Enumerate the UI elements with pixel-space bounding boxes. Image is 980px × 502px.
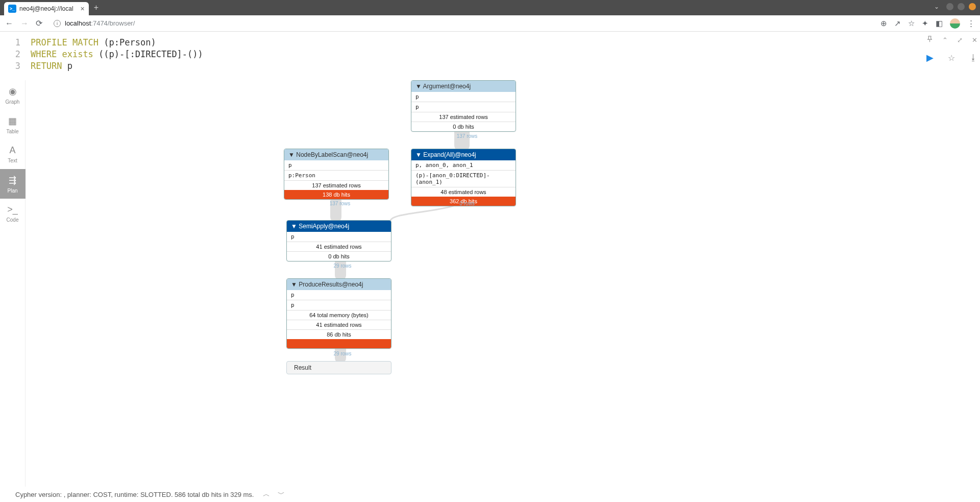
plan-node-expandall[interactable]: ▼ Expand(All)@neo4jp, anon_0, anon_1(p)-… (411, 149, 516, 206)
sidebar-item-label: Code (7, 217, 19, 223)
run-query-button[interactable]: ▶ (926, 52, 934, 63)
menu-icon[interactable]: ⋮ (967, 19, 975, 28)
query-editor-frame: ⌃ ⤢ ✕ 123 PROFILE MATCH (p:Person)WHERE … (5, 33, 773, 79)
sidepanel-icon[interactable]: ◧ (936, 19, 943, 28)
neo4j-browser: ⌃ ⤢ ✕ 123 PROFILE MATCH (p:Person)WHERE … (0, 32, 980, 502)
plan-node-header[interactable]: ▼ Argument@neo4j (411, 81, 516, 92)
plan-node-detail: p:Person (284, 170, 388, 180)
url-path: :7474/browser/ (91, 19, 135, 27)
text-icon: A (9, 145, 15, 156)
plan-node-argument[interactable]: ▼ Argument@neo4jpp137 estimated rows0 db… (411, 80, 516, 132)
chevron-down-icon[interactable]: ⌄ (934, 3, 939, 10)
graph-icon: ◉ (9, 86, 17, 97)
window-maximize-button[interactable] (958, 3, 965, 10)
sidebar-item-plan[interactable]: ⇶Plan (0, 169, 26, 199)
plan-node-stat: 64 total memory (bytes) (287, 310, 391, 320)
plan-node-detail: (p)-[anon_0:DIRECTED]-(anon_1) (411, 170, 516, 187)
plan-node-detail: p (411, 92, 516, 102)
url-host: localhost (65, 19, 91, 27)
plan-node-detail: p (284, 160, 388, 170)
sidebar-item-code[interactable]: >_Code (0, 199, 26, 228)
plan-node-stat: 41 estimated rows (287, 320, 391, 329)
plan-node-detail: p, anon_0, anon_1 (411, 160, 516, 170)
plan-node-detail: p (287, 290, 391, 300)
sidebar-item-label: Table (7, 129, 19, 134)
plan-edge-label: 137 rows (447, 133, 487, 139)
plan-node-header[interactable]: ▼ Expand(All)@neo4j (411, 149, 516, 160)
sidebar-item-graph[interactable]: ◉Graph (0, 80, 26, 110)
plan-icon: ⇶ (9, 175, 16, 186)
download-button[interactable]: ⭳ (969, 53, 977, 62)
plan-edge-label: 137 rows (320, 201, 360, 206)
plan-node-nodebylabel[interactable]: ▼ NodeByLabelScan@neo4jpp:Person137 esti… (284, 149, 389, 200)
editor-code[interactable]: PROFILE MATCH (p:Person)WHERE exists ((p… (31, 37, 203, 72)
sidebar-item-text[interactable]: AText (0, 139, 26, 169)
zoom-icon[interactable]: ⊕ (880, 19, 887, 28)
plan-node-stat: 48 estimated rows (411, 187, 516, 197)
tab-strip: >_ neo4j@neo4j://local × + ⌄ (0, 0, 980, 15)
forward-button[interactable]: → (20, 19, 29, 28)
extensions-icon[interactable]: ✦ (922, 19, 928, 28)
pin-icon[interactable] (926, 36, 933, 44)
url-input[interactable]: i localhost:7474/browser/ (50, 19, 873, 27)
new-tab-button[interactable]: + (94, 3, 99, 12)
plan-node-stat: 0 db hits (411, 122, 516, 131)
plan-node-semiapply[interactable]: ▼ SemiApply@neo4jp41 estimated rows0 db … (286, 220, 391, 261)
plan-node-stat: 137 estimated rows (411, 112, 516, 122)
table-icon: ▦ (8, 115, 17, 127)
sidebar-item-label: Graph (6, 99, 20, 105)
plan-node-produceresults[interactable]: ▼ ProduceResults@neo4jpp64 total memory … (286, 278, 391, 349)
tab-title: neo4j@neo4j://local (19, 5, 74, 12)
plan-edge-label: 29 rows (322, 351, 363, 356)
reload-button[interactable]: ⟳ (36, 18, 42, 28)
neo4j-favicon: >_ (8, 5, 16, 13)
plan-node-header[interactable]: ▼ NodeByLabelScan@neo4j (284, 149, 388, 160)
plan-node-stat: 41 estimated rows (287, 242, 391, 251)
window-controls: ⌄ (934, 3, 976, 10)
plan-node-detail: p (287, 232, 391, 242)
editor-gutter: 123 (5, 37, 26, 72)
sidebar-item-label: Text (8, 158, 17, 163)
plan-canvas[interactable]: ▼ Argument@neo4jpp137 estimated rows0 db… (26, 80, 980, 487)
close-tab-icon[interactable]: × (81, 5, 85, 13)
plan-node-header[interactable]: ▼ SemiApply@neo4j (287, 221, 391, 232)
favorite-button[interactable]: ☆ (948, 53, 955, 63)
scroll-down-icon[interactable]: ﹀ (278, 490, 283, 499)
expand-icon[interactable]: ⤢ (957, 36, 963, 44)
share-icon[interactable]: ↗ (894, 19, 901, 28)
code-icon: >_ (7, 204, 18, 215)
browser-tab-active[interactable]: >_ neo4j@neo4j://local × (4, 2, 89, 15)
back-button[interactable]: ← (5, 19, 13, 28)
profile-avatar[interactable] (950, 18, 960, 29)
plan-node-dbhits (287, 339, 391, 348)
site-info-icon[interactable]: i (54, 20, 61, 27)
plan-node-detail: p (411, 102, 516, 112)
plan-node-stat: 86 db hits (287, 329, 391, 339)
plan-edge-label: 29 rows (322, 263, 363, 269)
bookmark-icon[interactable]: ☆ (908, 19, 915, 28)
run-controls: ▶ ☆ ⭳ (926, 52, 977, 63)
scroll-up-icon[interactable]: ︿ (263, 490, 268, 499)
window-close-button[interactable] (969, 3, 976, 10)
plan-node-detail: p (287, 300, 391, 310)
frame-controls: ⌃ ⤢ ✕ (926, 36, 977, 44)
browser-chrome: >_ neo4j@neo4j://local × + ⌄ ← → ⟳ i loc… (0, 0, 980, 32)
plan-edge-label: 0 rows (447, 201, 487, 206)
sidebar-item-table[interactable]: ▦Table (0, 110, 26, 139)
window-minimize-button[interactable] (946, 3, 953, 10)
plan-result-node: Result (286, 361, 391, 374)
result-view-sidebar: ◉Graph▦TableAText⇶Plan>_Code (0, 80, 26, 487)
sidebar-item-label: Plan (7, 188, 17, 194)
plan-node-header[interactable]: ▼ ProduceResults@neo4j (287, 279, 391, 290)
plan-node-stat: 0 db hits (287, 251, 391, 261)
collapse-icon[interactable]: ⌃ (942, 36, 948, 44)
toolbar-right: ⊕ ↗ ☆ ✦ ◧ ⋮ (880, 18, 975, 29)
status-text: Cypher version: , planner: COST, runtime… (15, 491, 254, 498)
status-bar: Cypher version: , planner: COST, runtime… (0, 487, 980, 502)
close-frame-icon[interactable]: ✕ (972, 36, 977, 44)
plan-node-dbhits: 138 db hits (284, 190, 388, 199)
address-bar: ← → ⟳ i localhost:7474/browser/ ⊕ ↗ ☆ ✦ … (0, 15, 980, 32)
plan-node-stat: 137 estimated rows (284, 180, 388, 190)
